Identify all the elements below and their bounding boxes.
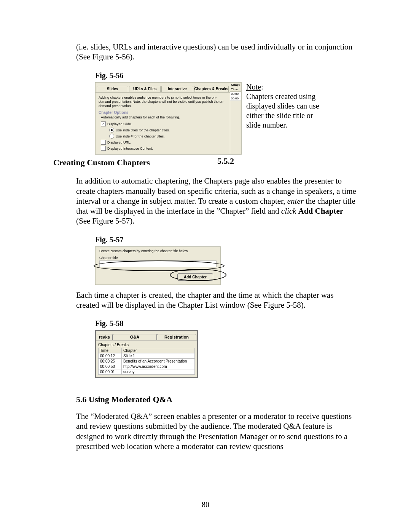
checkbox-displayed-slide-label: Displayed Slide. (107, 122, 132, 126)
radio-use-numbers-label: Use slide # for the chapter titles. (116, 134, 165, 138)
note-body: Chapters created using displayed slides … (246, 92, 319, 129)
table-row[interactable]: 00:00:12Slide 1 (99, 353, 195, 359)
fig58-group-label: Chapters / Breaks (98, 343, 195, 347)
paragraph-custom-chapters: In addition to automatic chaptering, the… (76, 176, 358, 226)
section-title-56: 5.6 Using Moderated Q&A (76, 395, 358, 404)
radio-use-titles[interactable] (109, 128, 114, 133)
tab-registration[interactable]: Registration (157, 334, 196, 340)
checkbox-displayed-interactive[interactable] (101, 146, 106, 151)
side-cell: 00:00 (230, 96, 241, 101)
note-title: Note (246, 83, 261, 91)
side-header-time: Time (230, 87, 241, 92)
intro-paragraph: (i.e. slides, URLs and interactive quest… (76, 42, 358, 62)
side-header-chapt: Chapt (230, 83, 241, 87)
fig56-side-table: Chapt Time 00:00 00:00 (230, 82, 242, 155)
table-row[interactable]: 00:00:01survey (99, 369, 195, 375)
checkbox-displayed-interactive-label: Displayed Interactive Content. (107, 147, 153, 150)
fig56-intro: Adding chapters enables audience members… (99, 96, 227, 109)
tab-breaks-partial[interactable]: reaks (97, 334, 113, 340)
table-row[interactable]: 00:00:25Benefits of an Accordent Present… (99, 359, 195, 364)
tab-urls[interactable]: URLs & Files (129, 86, 161, 92)
radio-use-titles-label: Use slide titles for the chapter titles. (116, 128, 170, 132)
col-chapter: Chapter (122, 348, 195, 353)
fig57-field-label: Chapter title (99, 256, 217, 260)
paragraph-chapter-list: Each time a chapter is created, the chap… (76, 290, 358, 310)
fig58-label: Fig. 5-58 (95, 319, 358, 328)
tab-chapters[interactable]: Chapters & Breaks (194, 86, 229, 92)
section-number-552: 5.5.2 (217, 156, 234, 166)
fig58-panel: reaks Q&A Registration Chapters / Breaks… (95, 330, 198, 378)
fig57-legend: Create custom chapters by entering the c… (99, 249, 217, 253)
paragraph-moderated-qa: The “Moderated Q&A” screen enables a pre… (76, 411, 358, 451)
fig56-group-title: Chapter Options (99, 110, 227, 115)
tab-slides[interactable]: Slides (97, 86, 128, 92)
checkbox-displayed-url[interactable] (101, 140, 106, 145)
radio-use-numbers[interactable] (109, 134, 114, 139)
note: Note: Chapters created using displayed s… (246, 82, 326, 130)
chapter-list-table: Time Chapter 00:00:12Slide 1 00:00:25Ben… (98, 348, 195, 375)
checkbox-displayed-url-label: Displayed URL. (107, 141, 131, 144)
fig56-label: Fig. 5-56 (95, 71, 358, 80)
fig56-subtext: Automatically add chapters for each of t… (101, 115, 227, 119)
fig56-panel: Slides URLs & Files Interactive Chapters… (95, 82, 230, 155)
side-cell: 00:00 (230, 92, 241, 96)
col-time: Time (99, 348, 122, 353)
tab-interactive[interactable]: Interactive (161, 86, 193, 92)
add-chapter-button[interactable]: Add Chapter (177, 273, 213, 281)
section-title-552: Creating Custom Chapters (53, 158, 358, 168)
checkbox-displayed-slide[interactable]: ✓ (101, 121, 106, 126)
fig57-panel: Create custom chapters by entering the c… (95, 246, 221, 285)
fig57-label: Fig. 5-57 (95, 235, 358, 244)
table-row[interactable]: 00:00:50http://www.accordent.com (99, 364, 195, 369)
tab-qa[interactable]: Q&A (113, 334, 157, 340)
page-number: 80 (0, 500, 411, 509)
chapter-title-input[interactable] (99, 260, 217, 267)
